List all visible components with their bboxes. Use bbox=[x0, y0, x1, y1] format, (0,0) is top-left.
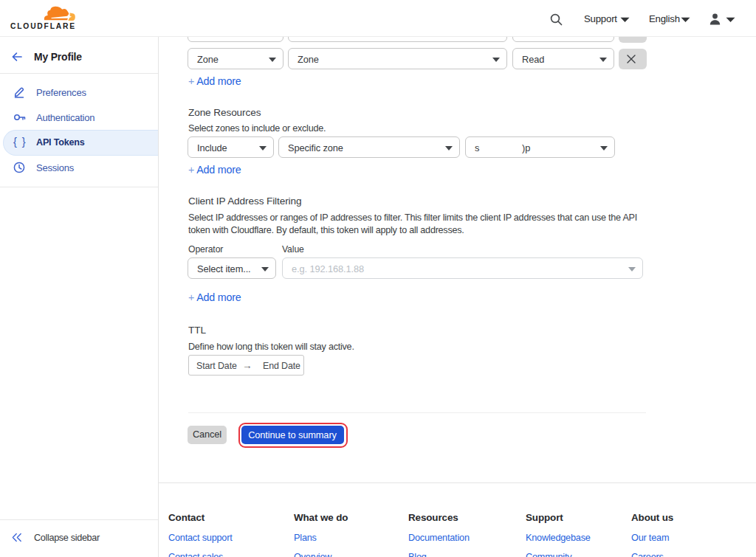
svg-text:CLOUDFLARE: CLOUDFLARE bbox=[10, 22, 76, 30]
